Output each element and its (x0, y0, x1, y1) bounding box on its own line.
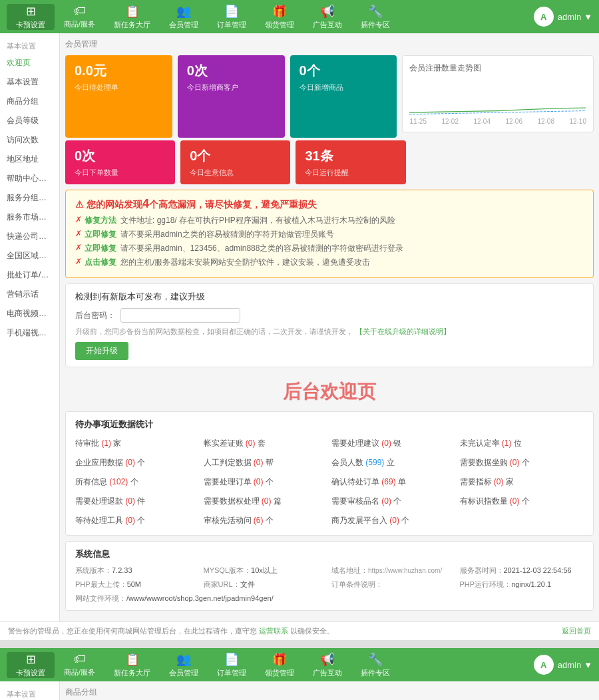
chevron-down-icon: ▼ (584, 12, 592, 22)
upgrade-code-input[interactable] (120, 308, 240, 323)
admin-area-2[interactable]: A admin ▼ (534, 655, 592, 675)
sidebar-item-welcome[interactable]: 欢迎页 (0, 53, 59, 73)
nav-label-4: 会员管理 (169, 20, 198, 30)
nav-item-2[interactable]: 🏷 商品/服务 (55, 4, 104, 29)
fix-btn-2[interactable]: 立即修复 (85, 229, 116, 240)
sidebar-item-member-level[interactable]: 会员等级 (0, 111, 59, 130)
pending-item-2: 帐实差证账 (0) 套 (204, 436, 328, 451)
pending-item-18: 审核先活动问 (6) 个 (204, 513, 328, 528)
x-icon-1: ✗ (75, 215, 82, 224)
alert-title: ⚠ 您的网站发现4个高危漏洞，请尽快修复，避免严重损失 (75, 197, 584, 211)
nav2-item-3[interactable]: 📋 新任务大厅 (104, 652, 160, 678)
chart-x-4: 12-06 (505, 118, 522, 125)
nav-item-6[interactable]: 🎁 领货管理 (256, 4, 303, 30)
upgrade-btn[interactable]: 开始升级 (75, 342, 128, 360)
pending-item-4: 未完认定率 (1) 位 (460, 436, 584, 451)
stat-label-3: 今日新增商品 (300, 83, 388, 92)
nav-item-3[interactable]: 📋 新任务大厅 (104, 4, 160, 30)
nav2-item-5[interactable]: 📄 订单管理 (208, 652, 256, 678)
alert-item-4: ✗ 点击修复 您的主机/服务器端未安装网站安全防护软件，建议安装，避免遭受攻击 (75, 257, 584, 268)
pending-item-5: 企业应用数据 (0) 个 (75, 455, 200, 470)
stat-card-5: 0个 今日生意信息 (180, 140, 290, 184)
nav-item-7[interactable]: 📢 广告互动 (303, 4, 351, 30)
sidebar-item-national[interactable]: 全国区域设置 (0, 246, 59, 265)
pending-item-11: 确认待处订单 (69) 单 (331, 474, 456, 490)
nav-item-8[interactable]: 🔧 插件专区 (351, 4, 399, 30)
stat-value-2: 0次 (187, 62, 276, 80)
nav-label-7: 广告互动 (313, 20, 342, 30)
alert-text-2: 请不要采用admin之类的容易被猜测的字符开始做管理员账号 (120, 229, 334, 240)
nav2-item-2[interactable]: 🏷 商品/服务 (55, 652, 104, 677)
nav2-item-7[interactable]: 📢 广告互动 (303, 652, 351, 678)
nav2-icon-6: 🎁 (272, 652, 287, 667)
sidebar-item-service-group[interactable]: 服务分组设置 (0, 188, 59, 208)
stat-value-6: 31条 (305, 147, 396, 165)
avatar: A (534, 7, 554, 27)
nav2-label-5: 订单管理 (217, 668, 246, 678)
sidebar-item-help-cat[interactable]: 帮助中心分类设置 (0, 169, 59, 188)
avatar-2: A (534, 655, 554, 675)
sidebar: 基本设置 欢迎页 基本设置 商品分组 会员等级 访问次数 地区地址 帮助中心分类… (0, 33, 60, 621)
nav2-label-7: 广告互动 (313, 668, 342, 678)
pending-item-6: 人工判定数据 (0) 帮 (204, 455, 328, 470)
sidebar-item-visits[interactable]: 访问次数 (0, 130, 59, 150)
nav2-label-2: 商品/服务 (64, 667, 95, 677)
nav2-item-1[interactable]: ⊞ 卡预设置 (7, 652, 55, 678)
fix-btn-4[interactable]: 点击修复 (85, 257, 116, 268)
admin-area[interactable]: A admin ▼ (534, 7, 592, 27)
sidebar2-section-title: 基本设置 (0, 685, 59, 700)
pending-item-13: 需要处理退款 (0) 件 (75, 494, 200, 509)
admin-label-2: admin (558, 660, 581, 670)
nav2-icon-4: 👥 (176, 652, 191, 667)
nav2-item-6[interactable]: 🎁 领货管理 (256, 652, 303, 678)
nav-label-5: 订单管理 (217, 20, 246, 30)
fix-btn-3[interactable]: 立即修复 (85, 243, 116, 254)
sidebar-item-marketing[interactable]: 营销示话 (0, 285, 59, 304)
stat-value-5: 0个 (190, 147, 281, 165)
top-nav: ⊞ 卡预设置 🏷 商品/服务 📋 新任务大厅 👥 会员管理 📄 订单管理 🎁 领… (0, 0, 599, 33)
pending-item-19: 商乃发展平台入 (0) 个 (331, 513, 456, 528)
sidebar-item-video[interactable]: 电商视频管理 (0, 304, 59, 323)
sidebar-item-basic[interactable]: 基本设置 (0, 73, 59, 92)
sidebar-item-product-group[interactable]: 商品分组 (0, 92, 59, 111)
nav-item-5[interactable]: 📄 订单管理 (208, 4, 256, 30)
nav2-icon-8: 🔧 (368, 652, 383, 667)
alert-text-3: 请不要采用admin、123456、admin888之类的容易被猜测的字符做密码… (120, 243, 403, 254)
pending-item-9: 所有信息 (102) 个 (75, 474, 200, 490)
nav-icon-7: 📢 (320, 4, 335, 19)
nav2-label-1: 卡预设置 (16, 668, 45, 678)
stat-card-2: 0次 今日新增商客户 (178, 55, 285, 138)
stat-card-3: 0个 今日新增商品 (290, 55, 397, 138)
nav2-icon-1: ⊞ (26, 652, 36, 667)
sidebar-item-batch[interactable]: 批处订单/已领补分 (0, 265, 59, 285)
stat-label-1: 今日待处理单 (75, 83, 163, 92)
stats-row2: 0次 今日下单数量 0个 今日生意信息 31条 今日运行提醒 (65, 140, 594, 184)
fix-btn-1[interactable]: 修复方法 (85, 215, 116, 226)
nav2-item-8[interactable]: 🔧 插件专区 (351, 652, 399, 678)
stat-label-5: 今日生意信息 (190, 168, 281, 178)
sidebar-item-mobile-video[interactable]: 手机端视频管理 (0, 323, 59, 343)
sidebar-item-express[interactable]: 快递公司管理 (0, 227, 59, 246)
chart-area: 会员注册数量走势图 11-25 12-02 12-04 12-06 12-08 … (402, 55, 594, 132)
sys-info-servertime: 服务器时间：2021-12-03 22:54:56 (460, 566, 584, 576)
pending-item-3: 需要处理建议 (0) 银 (331, 436, 456, 451)
nav-icon-1: ⊞ (26, 4, 36, 19)
pending-item-14: 需要数据权处理 (0) 篇 (204, 494, 328, 509)
nav2-item-4[interactable]: 👥 会员管理 (160, 652, 208, 678)
x-icon-4: ✗ (75, 257, 82, 266)
alert-item-1: ✗ 修复方法 文件地址: gg18/ 存在可执行PHP程序漏洞，有被植入木马进行… (75, 215, 584, 226)
sys-info-title: 系统信息 (75, 548, 584, 560)
breadcrumb: 会员管理 (65, 39, 594, 50)
nav2-icon-5: 📄 (224, 652, 239, 667)
nav-label-3: 新任务大厅 (114, 20, 150, 30)
sidebar-item-region[interactable]: 地区地址 (0, 150, 59, 169)
footer-link-1[interactable]: 运营联系 (259, 627, 288, 635)
nav-item-4[interactable]: 👥 会员管理 (160, 4, 208, 30)
sidebar-item-service-market[interactable]: 服务市场分类 (0, 208, 59, 227)
nav-item-1[interactable]: ⊞ 卡预设置 (7, 4, 55, 30)
upgrade-detail-link[interactable]: 【关于在线升级的详细说明】 (355, 327, 451, 335)
chart-title: 会员注册数量走势图 (409, 63, 586, 74)
footer-back-home-1[interactable]: 返回首页 (562, 626, 591, 636)
pending-item-1: 待审批 (1) 家 (75, 436, 200, 451)
sys-info-webenv: 网站文件环境：/www/wwwroot/shop.3gen.net/jpadmi… (75, 594, 327, 604)
